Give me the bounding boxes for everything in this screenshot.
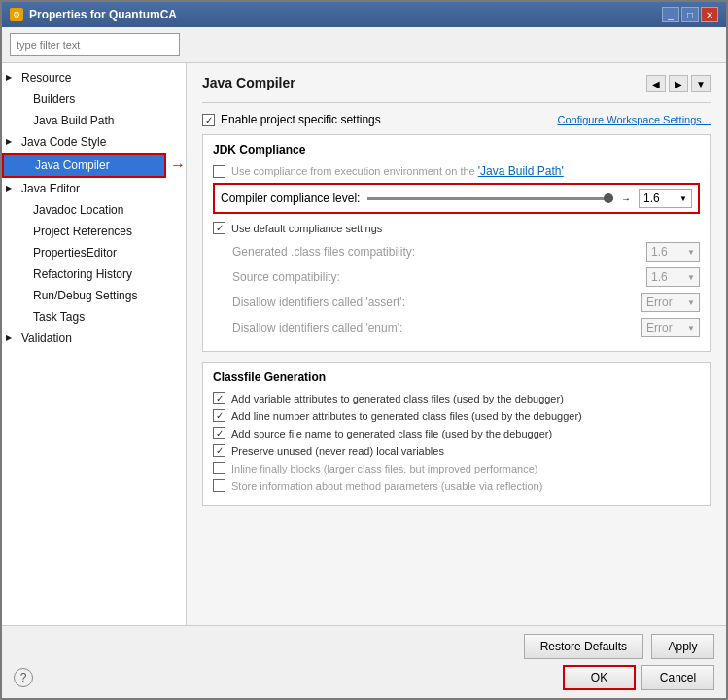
disallow-assert-dropdown[interactable]: Error ▼ bbox=[641, 293, 700, 312]
ok-button[interactable]: OK bbox=[563, 665, 636, 690]
classfile-item-5: Store information about method parameter… bbox=[213, 479, 700, 492]
sidebar-item-label: Resource bbox=[21, 69, 71, 87]
source-compat-row: Source compatibility: 1.6 ▼ bbox=[213, 267, 700, 287]
disallow-assert-label: Disallow identifiers called 'assert': bbox=[232, 296, 405, 309]
filter-input[interactable] bbox=[10, 33, 180, 56]
sidebar-item-run-debug-settings[interactable]: Run/Debug Settings bbox=[2, 285, 186, 306]
title-bar-left: ⚙ Properties for QuantumCA bbox=[10, 8, 177, 21]
nav-arrows: ◀ ▶ ▼ bbox=[646, 75, 711, 92]
classfile-item-1: Add line number attributes to generated … bbox=[213, 409, 700, 422]
sidebar-item-label: Validation bbox=[21, 330, 72, 347]
classfile-checkbox-2[interactable] bbox=[213, 427, 225, 439]
sidebar-item-builders[interactable]: Builders bbox=[2, 88, 186, 110]
classfile-checkbox-1[interactable] bbox=[213, 409, 225, 422]
sidebar-item-resource[interactable]: ▶ Resource bbox=[2, 67, 186, 88]
help-button[interactable]: ? bbox=[14, 668, 33, 687]
classfile-checkbox-5[interactable] bbox=[213, 479, 225, 492]
help-row: ? bbox=[14, 668, 33, 687]
classfile-label-4: Inline finally blocks (larger class file… bbox=[231, 463, 537, 474]
use-execution-env-label: Use compliance from execution environmen… bbox=[231, 164, 564, 178]
disallow-assert-row: Disallow identifiers called 'assert': Er… bbox=[213, 293, 700, 312]
generated-class-row: Generated .class files compatibility: 1.… bbox=[213, 242, 700, 262]
sidebar-item-project-references[interactable]: Project References bbox=[2, 221, 186, 242]
classfile-label-2: Add source file name to generated class … bbox=[231, 428, 552, 439]
apply-button[interactable]: Apply bbox=[651, 634, 714, 659]
enable-project-checkbox[interactable] bbox=[202, 114, 215, 126]
close-button[interactable]: ✕ bbox=[701, 7, 718, 22]
properties-dialog: ⚙ Properties for QuantumCA _ □ ✕ ▶ Resou… bbox=[0, 0, 728, 700]
title-controls: _ □ ✕ bbox=[662, 7, 718, 22]
java-build-path-link[interactable]: 'Java Build Path' bbox=[478, 164, 564, 178]
use-default-compliance-label: Use default compliance settings bbox=[231, 223, 382, 234]
sidebar-item-validation[interactable]: ▶ Validation bbox=[2, 328, 186, 349]
compliance-level-container: Compiler compliance level: → 1.6 ▼ bbox=[213, 183, 700, 214]
enable-project-label: Enable project specific settings bbox=[221, 113, 381, 126]
slider-arrow-right: → bbox=[621, 193, 631, 204]
classfile-generation-title: Classfile Generation bbox=[213, 370, 700, 384]
classfile-checkbox-4[interactable] bbox=[213, 462, 225, 474]
classfile-checkbox-0[interactable] bbox=[213, 392, 225, 404]
compliance-level-label: Compiler compliance level: bbox=[221, 192, 360, 205]
use-default-compliance-checkbox[interactable] bbox=[213, 222, 225, 234]
sidebar-item-label: Java Editor bbox=[21, 180, 80, 197]
sidebar-item-java-code-style[interactable]: ▶ Java Code Style bbox=[2, 131, 186, 153]
enable-checkbox-row: Enable project specific settings Configu… bbox=[202, 113, 711, 126]
expand-icon: ▶ bbox=[6, 69, 16, 87]
ok-cancel-area: ? OK Cancel bbox=[14, 665, 714, 690]
sidebar-item-task-tags[interactable]: Task Tags bbox=[2, 306, 186, 328]
sidebar-item-label: Task Tags bbox=[33, 308, 85, 326]
classfile-label-5: Store information about method parameter… bbox=[231, 480, 542, 492]
sidebar-item-java-compiler[interactable]: Java Compiler bbox=[2, 153, 166, 178]
generated-class-label: Generated .class files compatibility: bbox=[232, 245, 415, 259]
dialog-title: Properties for QuantumCA bbox=[29, 8, 177, 21]
ok-cancel-row: OK Cancel bbox=[563, 665, 714, 690]
classfile-item-2: Add source file name to generated class … bbox=[213, 427, 700, 439]
cancel-button[interactable]: Cancel bbox=[641, 665, 714, 690]
sidebar-item-label: Refactoring History bbox=[33, 265, 132, 283]
sidebar-item-properties-editor[interactable]: PropertiesEditor bbox=[2, 242, 186, 263]
content-area: Java Compiler ◀ ▶ ▼ Enable project speci… bbox=[187, 63, 726, 625]
use-default-row: Use default compliance settings bbox=[213, 222, 700, 234]
disallow-enum-dropdown[interactable]: Error ▼ bbox=[641, 318, 700, 337]
restore-defaults-button[interactable]: Restore Defaults bbox=[524, 634, 643, 659]
classfile-checkbox-3[interactable] bbox=[213, 444, 225, 457]
classfile-item-4: Inline finally blocks (larger class file… bbox=[213, 462, 700, 474]
dropdown-arrow-icon: ▼ bbox=[687, 273, 695, 282]
dropdown-button[interactable]: ▼ bbox=[691, 75, 711, 92]
sidebar-item-label: Java Compiler bbox=[35, 157, 110, 174]
classfile-item-0: Add variable attributes to generated cla… bbox=[213, 392, 700, 404]
page-title: Java Compiler bbox=[202, 75, 295, 90]
sidebar-item-java-build-path[interactable]: Java Build Path bbox=[2, 110, 186, 131]
source-compat-value: 1.6 bbox=[651, 270, 668, 284]
sidebar-item-label: Project References bbox=[33, 223, 132, 240]
disallow-assert-value: Error bbox=[646, 296, 673, 309]
sidebar-item-label: Builders bbox=[33, 90, 75, 108]
forward-button[interactable]: ▶ bbox=[669, 75, 688, 92]
bottom-buttons: Restore Defaults Apply ? OK Cancel bbox=[2, 625, 726, 698]
sidebar-item-label: Java Code Style bbox=[21, 133, 106, 151]
slider-handle[interactable] bbox=[604, 193, 613, 203]
back-button[interactable]: ◀ bbox=[646, 75, 666, 92]
sidebar-item-label: Run/Debug Settings bbox=[33, 287, 137, 304]
configure-workspace-link[interactable]: Configure Workspace Settings... bbox=[557, 114, 711, 125]
expand-icon: ▶ bbox=[6, 330, 16, 347]
expand-icon: ▶ bbox=[6, 180, 16, 197]
sidebar-item-label: Java Build Path bbox=[33, 112, 114, 129]
sidebar-item-java-editor[interactable]: ▶ Java Editor bbox=[2, 178, 186, 199]
sidebar-item-label: Javadoc Location bbox=[33, 201, 123, 219]
dropdown-arrow-icon: ▼ bbox=[687, 248, 695, 257]
sidebar-item-javadoc-location[interactable]: Javadoc Location bbox=[2, 199, 186, 221]
source-compat-dropdown[interactable]: 1.6 ▼ bbox=[646, 267, 700, 287]
expand-icon: ▶ bbox=[6, 133, 16, 151]
compliance-level-dropdown[interactable]: 1.6 ▼ bbox=[639, 189, 692, 208]
sidebar-item-label: PropertiesEditor bbox=[33, 244, 117, 262]
use-execution-env-checkbox[interactable] bbox=[213, 165, 225, 178]
sidebar-item-refactoring-history[interactable]: Refactoring History bbox=[2, 263, 186, 285]
generated-class-dropdown[interactable]: 1.6 ▼ bbox=[646, 242, 700, 262]
dialog-icon: ⚙ bbox=[10, 8, 23, 21]
title-bar: ⚙ Properties for QuantumCA _ □ ✕ bbox=[2, 2, 726, 27]
minimize-button[interactable]: _ bbox=[662, 7, 679, 22]
use-execution-env-row: Use compliance from execution environmen… bbox=[213, 164, 700, 178]
jdk-compliance-title: JDK Compliance bbox=[213, 143, 700, 157]
maximize-button[interactable]: □ bbox=[681, 7, 699, 22]
